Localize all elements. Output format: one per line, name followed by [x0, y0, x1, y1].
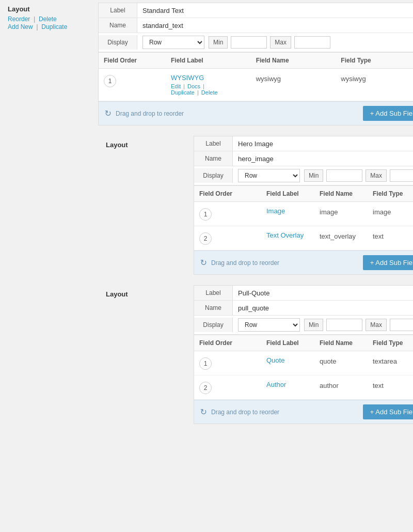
subfield-label-link-2-2[interactable]: Text Overlay [266, 231, 320, 239]
name-input-1[interactable] [142, 22, 413, 29]
label-row-2: Label [194, 136, 413, 151]
name-value-3 [233, 301, 413, 315]
layout-side-title-3: Layout [106, 290, 186, 298]
duplicate-link-1-1[interactable]: Duplicate [171, 89, 195, 96]
subfield-label-cell-2-2: Text Overlay [266, 231, 320, 241]
min-max-wrap-3: Min Max [304, 319, 413, 331]
col-type-header-1: Field Type [341, 57, 413, 64]
name-input-2[interactable] [238, 155, 413, 163]
col-order-header-1: Field Order [104, 57, 171, 64]
display-select-2[interactable]: Row Column Table [238, 169, 300, 182]
subfield-row-1-1: 1 WYSIWYG Edit | Docs | Duplicate | [99, 69, 413, 101]
label-input-3[interactable] [238, 289, 413, 297]
subfield-order-3-1: 1 [199, 356, 266, 370]
sep2: | [36, 23, 40, 30]
add-sub-btn-1[interactable]: + Add Sub Field [363, 106, 413, 121]
subfield-label-link-3-2[interactable]: Author [266, 381, 320, 388]
drag-icon-1: ↺ [105, 108, 112, 118]
drag-drop-bar-2: ↺ Drag and drop to reorder + Add Sub Fie… [194, 251, 413, 274]
delete-link[interactable]: Delete [39, 15, 57, 23]
drag-drop-bar-1: ↺ Drag and drop to reorder + Add Sub Fie… [99, 101, 413, 125]
subfield-type-2-2: text [373, 231, 413, 240]
add-new-link[interactable]: Add New [8, 23, 33, 30]
label-value-3 [233, 286, 413, 300]
docs-link-1-1[interactable]: Docs [187, 83, 200, 89]
subfield-row-3-1: 1 Quote quote textarea [194, 351, 413, 375]
display-select-3[interactable]: Row Column Table [238, 318, 300, 332]
name-value-2 [233, 152, 413, 166]
subfield-order-2-2: 2 [199, 231, 266, 245]
drag-drop-label-1: Drag and drop to reorder [116, 110, 184, 117]
col-name-header-3: Field Name [320, 339, 373, 347]
subfield-label-link-1-1[interactable]: WYSIWYG [171, 74, 256, 82]
page-wrapper: Layout Reorder | Delete Add New | Duplic… [0, 0, 413, 532]
subfield-label-cell-3-1: Quote [266, 356, 320, 366]
display-select-1[interactable]: Row Column Table [142, 36, 204, 49]
label-input-1[interactable] [142, 7, 413, 14]
duplicate-link[interactable]: Duplicate [41, 23, 67, 30]
name-value-1 [137, 19, 413, 33]
subfields-table-2: Field Order Field Label Field Name Field… [194, 185, 413, 274]
subfield-type-3-1: textarea [373, 356, 413, 365]
col-type-header-3: Field Type [373, 339, 413, 347]
drag-icon-3: ↺ [200, 407, 207, 417]
min-input-1[interactable] [231, 36, 267, 49]
order-circle-3-2: 2 [199, 382, 212, 394]
label-row-1: Label [99, 3, 413, 18]
layout-block-standard-text: Label Name Display Row Column [98, 3, 413, 126]
col-label-header-3: Field Label [266, 339, 320, 347]
subfield-order-2-1: 1 [199, 207, 266, 221]
name-input-3[interactable] [238, 304, 413, 312]
add-sub-btn-2[interactable]: + Add Sub Field [363, 255, 413, 270]
subfield-label-cell-2-1: Image [266, 207, 320, 216]
min-label-2: Min [304, 169, 323, 182]
subfield-name-1-1: wysiwyg [256, 74, 341, 83]
name-cell-1: Name [99, 18, 137, 33]
display-controls-1: Row Column Table Min Max [137, 33, 413, 52]
subfield-label-link-3-1[interactable]: Quote [266, 356, 320, 364]
layout-side-title-2: Layout [106, 141, 186, 149]
subfield-name-3-1: quote [320, 356, 373, 365]
subfield-row-2-1: 1 Image image image [194, 202, 413, 226]
col-label-header-2: Field Label [266, 190, 320, 197]
min-input-2[interactable] [326, 169, 362, 182]
display-cell-2: Display [194, 168, 233, 183]
name-row-2: Name [194, 151, 413, 166]
reorder-link[interactable]: Reorder [8, 15, 30, 23]
subfield-name-2-1: image [320, 207, 373, 216]
layout-section-3: Layout Label Name [98, 285, 413, 424]
order-circle-3-1: 1 [199, 357, 212, 370]
layout-block-hero-image: Label Name Display [194, 136, 413, 275]
col-type-header-2: Field Type [373, 190, 413, 197]
col-name-header-2: Field Name [320, 190, 373, 197]
order-circle-2-2: 2 [199, 232, 212, 245]
min-input-3[interactable] [326, 319, 362, 331]
max-input-2[interactable] [390, 169, 413, 182]
subfields-header-2: Field Order Field Label Field Name Field… [194, 186, 413, 202]
name-cell-2: Name [194, 151, 233, 166]
order-circle-2-1: 1 [199, 208, 212, 221]
max-input-3[interactable] [390, 319, 413, 331]
display-cell-1: Display [99, 35, 137, 50]
display-controls-3: Row Column Table Min Max [233, 316, 413, 334]
subfield-row-2-2: 2 Text Overlay text_overlay text [194, 226, 413, 251]
label-cell-3: Label [194, 286, 233, 300]
name-cell-3: Name [194, 301, 233, 315]
col-order-header-3: Field Order [199, 339, 266, 347]
label-value-1 [137, 4, 413, 18]
edit-link-1-1[interactable]: Edit [171, 83, 181, 89]
subfield-actions-1-1: Edit | Docs | Duplicate | Delete [171, 83, 256, 96]
delete-link-1-1[interactable]: Delete [201, 89, 218, 96]
drag-drop-text-2: ↺ Drag and drop to reorder [200, 258, 279, 268]
max-input-1[interactable] [294, 36, 330, 49]
display-cell-3: Display [194, 318, 233, 332]
label-input-2[interactable] [238, 140, 413, 148]
layout-side-2: Layout [98, 136, 194, 275]
max-label-2: Max [366, 169, 387, 182]
subfield-label-cell-3-2: Author [266, 381, 320, 390]
add-sub-btn-3[interactable]: + Add Sub Field [363, 404, 413, 419]
subfield-label-link-2-1[interactable]: Image [266, 207, 320, 215]
drag-drop-label-2: Drag and drop to reorder [211, 259, 279, 267]
sep1: | [34, 15, 37, 23]
max-label-1: Max [270, 36, 291, 49]
